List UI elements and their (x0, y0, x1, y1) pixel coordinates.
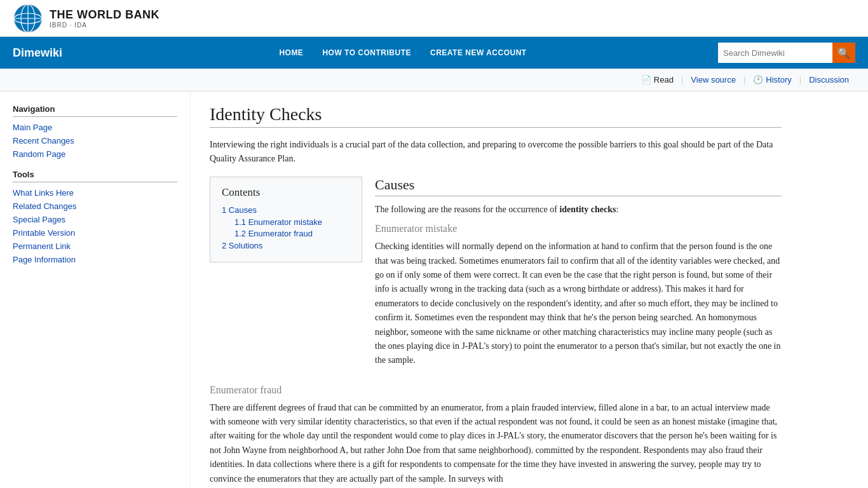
sidebar-special-pages[interactable]: Special Pages (13, 214, 177, 225)
wiki-name[interactable]: Dimewiki (13, 46, 62, 60)
toc-link-solutions[interactable]: 2 Solutions (222, 241, 262, 250)
enum-fraud-section: Enumerator fraud There are different deg… (210, 384, 782, 486)
nav-home[interactable]: HOME (279, 48, 303, 57)
toc-link-enum-mistake[interactable]: 1.1 Enumerator mistake (234, 217, 322, 227)
search-input[interactable] (718, 43, 832, 63)
read-icon: 📄 (641, 75, 651, 85)
tab-discussion[interactable]: Discussion (803, 75, 855, 85)
history-icon: 🕐 (753, 75, 763, 85)
causes-intro-bold: identity checks (559, 205, 616, 214)
sidebar-main-page[interactable]: Main Page (13, 122, 177, 133)
world-bank-globe-icon (13, 3, 43, 34)
enum-mistake-heading: Enumerator mistake (375, 223, 782, 234)
nav-links: HOME HOW TO CONTRIBUTE CREATE NEW ACCOUN… (88, 48, 718, 57)
causes-intro-colon: : (616, 205, 618, 214)
bank-subtitle: IBRD · IDA (50, 22, 159, 29)
sidebar-random-page[interactable]: Random Page (13, 149, 177, 159)
toc-item-2: 2 Solutions (222, 241, 350, 250)
tab-separator-1: | (681, 75, 683, 85)
tab-view-source[interactable]: View source (684, 75, 742, 85)
toc-item-1: 1 Causes 1.1 Enumerator mistake 1.2 Enum… (222, 205, 350, 238)
toc-link-causes[interactable]: 1 Causes (222, 205, 257, 215)
content-area: Identity Checks Interviewing the right i… (191, 92, 801, 488)
toc-item-1-2: 1.2 Enumerator fraud (234, 229, 350, 238)
tab-bar: 📄 Read | View source | 🕐 History | Discu… (0, 69, 868, 92)
toc-list: 1 Causes 1.1 Enumerator mistake 1.2 Enum… (222, 205, 350, 250)
sidebar-printable-version[interactable]: Printable Version (13, 227, 177, 238)
tab-discussion-label: Discussion (809, 75, 849, 85)
sidebar-recent-changes[interactable]: Recent Changes (13, 135, 177, 146)
tab-separator-3: | (799, 75, 801, 85)
sidebar-page-information[interactable]: Page Information (13, 254, 177, 265)
toc-causes-row: Contents 1 Causes 1.1 Enumerator mistake… (210, 177, 782, 374)
enum-fraud-text: There are different degrees of fraud tha… (210, 401, 782, 486)
causes-intro-pre: The following are the reasons for the oc… (375, 205, 559, 214)
tab-read[interactable]: 📄 Read (635, 75, 680, 85)
enum-fraud-heading: Enumerator fraud (210, 384, 782, 396)
logo-bar: THE WORLD BANK IBRD · IDA (0, 0, 868, 37)
bank-title: THE WORLD BANK (50, 8, 159, 22)
intro-text: Interviewing the right individuals is a … (210, 138, 782, 166)
tab-view-source-label: View source (691, 75, 736, 85)
tools-section-title: Tools (13, 170, 177, 182)
causes-heading: Causes (375, 177, 782, 196)
nav-create-account[interactable]: CREATE NEW ACCOUNT (430, 48, 527, 57)
page-title: Identity Checks (210, 104, 782, 128)
sidebar-related-changes[interactable]: Related Changes (13, 201, 177, 212)
tab-read-label: Read (654, 75, 674, 85)
nav-section-title: Navigation (13, 104, 177, 117)
bank-name: THE WORLD BANK IBRD · IDA (50, 8, 159, 29)
causes-section: Causes The following are the reasons for… (375, 177, 782, 374)
toc-num-1: 1 (222, 205, 226, 215)
toc-label-causes: Causes (229, 205, 257, 215)
main-layout: Navigation Main Page Recent Changes Rand… (0, 92, 868, 488)
sidebar: Navigation Main Page Recent Changes Rand… (0, 92, 191, 488)
tab-history[interactable]: 🕐 History (747, 75, 797, 85)
tab-separator-2: | (743, 75, 745, 85)
nav-bar: Dimewiki HOME HOW TO CONTRIBUTE CREATE N… (0, 37, 868, 69)
toc-box: Contents 1 Causes 1.1 Enumerator mistake… (210, 177, 362, 262)
causes-intro: The following are the reasons for the oc… (375, 203, 782, 217)
nav-how-to-contribute[interactable]: HOW TO CONTRIBUTE (322, 48, 411, 57)
toc-title: Contents (222, 186, 350, 199)
sidebar-what-links-here[interactable]: What Links Here (13, 187, 177, 198)
sidebar-permanent-link[interactable]: Permanent Link (13, 241, 177, 252)
toc-sublist-1: 1.1 Enumerator mistake 1.2 Enumerator fr… (222, 217, 350, 238)
tab-history-label: History (766, 75, 791, 85)
toc-link-enum-fraud[interactable]: 1.2 Enumerator fraud (234, 229, 313, 238)
search-button[interactable]: 🔍 (832, 43, 855, 63)
search-area: 🔍 (718, 43, 855, 63)
enum-mistake-text: Checking identities will normally depend… (375, 240, 782, 368)
toc-item-1-1: 1.1 Enumerator mistake (234, 217, 350, 227)
